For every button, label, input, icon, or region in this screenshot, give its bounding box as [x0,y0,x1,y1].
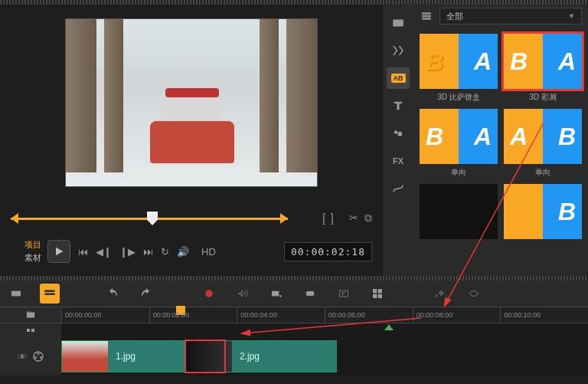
library-item[interactable]: AB单向 [504,109,582,178]
svg-rect-7 [44,290,54,292]
library-item[interactable]: BA单向 [420,109,498,178]
preview-frame[interactable] [65,18,318,187]
copy-icon[interactable]: ⧉ [364,212,372,225]
timeline-view-button[interactable] [40,284,60,304]
video-track: 1.jpg2.jpg [0,337,588,376]
tab-transitions[interactable]: AB [387,67,410,89]
svg-point-26 [21,355,24,358]
clip-label: 2.jpg [232,351,267,362]
timecode-display[interactable]: 00:00:02:18 [284,242,372,261]
clip-thumbnail [186,341,232,372]
go-start-button[interactable]: ⏮ [78,246,88,258]
visibility-icon[interactable] [17,351,28,362]
mark-out-icon[interactable]: ] [331,212,334,225]
prev-frame-button[interactable]: ◀❙ [96,246,112,258]
svg-rect-24 [27,329,30,332]
scrubber-in-point[interactable] [11,213,18,224]
svg-rect-0 [393,20,403,27]
overlay-button[interactable] [300,284,320,304]
storyboard-view-button[interactable] [6,284,26,304]
chevron-down-icon: ▼ [568,12,575,20]
tab-graphics[interactable] [387,123,410,144]
timeline-add-marker[interactable] [384,324,394,330]
next-frame-button[interactable]: ❙▶ [119,246,136,258]
svg-rect-6 [11,291,21,297]
record-button[interactable] [199,284,219,304]
library-thumbnail[interactable]: BA [420,109,498,164]
svg-rect-20 [27,313,35,318]
track-head[interactable] [0,337,61,376]
svg-point-13 [309,291,315,297]
timeline-ruler[interactable]: 00:00:00:0000:00:02:0000:00:04:0000:00:0… [0,307,588,323]
dropdown-label: 全部 [446,11,463,22]
transition-head[interactable] [0,323,61,337]
preview-image [66,19,317,186]
svg-rect-15 [373,289,377,293]
timeline-clip[interactable]: 1.jpg [61,340,185,373]
tab-paths[interactable] [387,178,410,199]
svg-point-1 [394,130,398,134]
title-track-button[interactable] [334,284,354,304]
svg-rect-8 [44,293,54,295]
tab-titles[interactable] [387,95,410,117]
timeline-clip[interactable]: 2.jpg [185,340,337,373]
svg-rect-18 [378,294,382,298]
svg-rect-17 [373,294,377,298]
library-thumbnail[interactable]: BA [420,34,498,89]
ruler-tick: 00:00:06:00 [325,307,413,323]
library-item[interactable] [420,184,498,242]
svg-rect-14 [340,290,348,297]
library-item[interactable]: BA3D 比萨饼盒 [420,34,498,103]
material-mode-label[interactable]: 素材 [11,252,41,264]
category-dropdown[interactable]: 全部 ▼ [439,8,582,25]
motion-button[interactable] [430,284,450,304]
library-thumbnail[interactable]: AB [504,109,582,164]
transition-row [0,323,588,337]
playback-row: 项目 素材 ⏮ ◀❙ ❙▶ ⏭ ↻ 🔊 HD 00:00:02:18 [11,238,372,265]
timeline-toolbar [0,281,588,307]
svg-point-28 [38,353,40,355]
tab-media[interactable] [387,12,410,34]
cut-icon[interactable]: ✂ [349,212,358,225]
mode-labels[interactable]: 项目 素材 [11,239,41,264]
mark-brackets: [ ] [322,212,334,225]
ruler-head[interactable] [0,307,61,323]
library-thumbnail[interactable]: BA [504,34,582,89]
track-content[interactable]: 1.jpg2.jpg [61,337,588,376]
library-item[interactable]: B [504,184,582,242]
svg-rect-22 [28,311,29,312]
timeline-panel: 00:00:00:0000:00:02:0000:00:04:0000:00:0… [0,281,588,384]
tab-fx[interactable]: FX [387,150,410,172]
ruler-tick: 00:00:10:00 [500,307,588,323]
library-thumbnail[interactable] [420,184,498,239]
scrubber-out-point[interactable] [280,213,288,224]
track-options-button[interactable] [368,284,387,304]
loop-button[interactable]: ↻ [161,246,169,258]
volume-button[interactable]: 🔊 [177,246,189,258]
library-caption: 3D 比萨饼盒 [437,92,480,103]
ruler-track[interactable]: 00:00:00:0000:00:02:0000:00:04:0000:00:0… [61,307,588,323]
play-button[interactable] [47,240,70,263]
project-mode-label[interactable]: 项目 [11,239,41,251]
audio-mixer-button[interactable] [233,284,253,304]
chapter-button[interactable] [464,284,484,304]
auto-music-button[interactable] [266,284,286,304]
top-area: [ ] ✂ ⧉ 项目 素材 ⏮ ◀❙ ❙▶ ⏭ ↻ 🔊 [0,5,588,276]
undo-button[interactable] [103,284,122,304]
library-panel: AB FX 全部 ▼ ★ BA3D 比萨饼盒BA3D 彩屑BA单向AB单向B [383,5,588,276]
mark-in-icon[interactable]: [ [322,212,325,225]
library-thumbnail[interactable]: B [504,184,582,239]
svg-point-29 [34,356,37,359]
tab-effects[interactable] [387,40,410,61]
scrubber-playhead[interactable] [147,212,158,225]
go-end-button[interactable]: ⏭ [143,246,153,258]
svg-point-19 [470,291,479,297]
svg-point-2 [397,132,402,136]
library-main: 全部 ▼ ★ BA3D 比萨饼盒BA3D 彩屑BA单向AB单向B [413,5,588,276]
library-item[interactable]: BA3D 彩屑 [504,34,582,103]
ruler-tick: 00:00:04:00 [237,307,325,323]
hd-toggle[interactable]: HD [201,246,216,258]
library-caption: 3D 彩屑 [529,92,557,103]
redo-button[interactable] [136,284,156,304]
clip-thumbnail [62,341,108,372]
